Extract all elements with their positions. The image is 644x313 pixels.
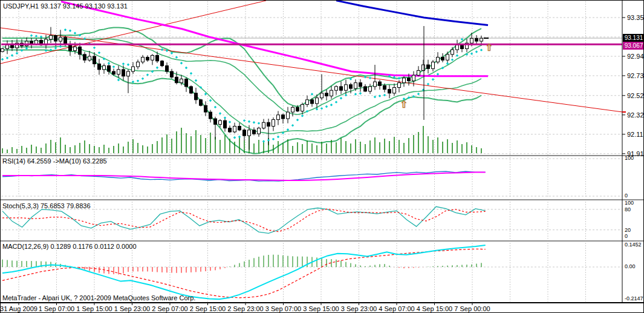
chart-canvas[interactable]	[1, 1, 644, 313]
metatrader-chart-window: USDJPY,H1 93.137 93.145 93.130 93.131 RS…	[0, 0, 644, 313]
